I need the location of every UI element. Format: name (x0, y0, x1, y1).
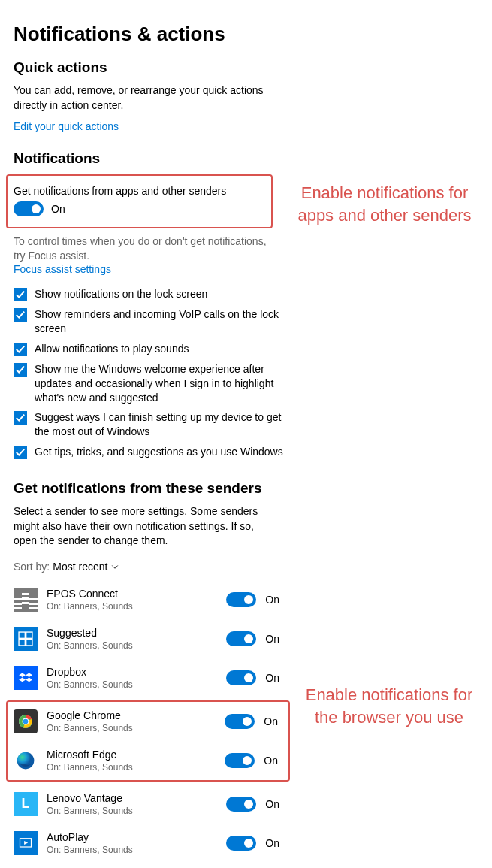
master-toggle-state: On (51, 203, 65, 215)
checkbox-row[interactable]: Show reminders and incoming VoIP calls o… (14, 307, 291, 336)
annotation-2: Enable notifications for the browser you… (299, 684, 479, 728)
sender-toggle-state: On (264, 715, 278, 727)
edge-icon (14, 749, 38, 773)
check-icon (14, 411, 27, 425)
svg-rect-1 (26, 632, 32, 638)
checkbox-label: Suggest ways I can finish setting up my … (35, 410, 291, 439)
focus-assist-desc: To control times when you do or don't ge… (14, 234, 276, 263)
sender-toggle-state: On (264, 755, 278, 767)
sender-toggle-state: On (265, 594, 279, 606)
check-icon (14, 308, 27, 322)
notification-options-list: Show notifications on the lock screen Sh… (14, 287, 291, 459)
checkbox-row[interactable]: Show notifications on the lock screen (14, 287, 291, 301)
autoplay-icon (14, 831, 38, 855)
sender-sub: On: Banners, Sounds (47, 640, 217, 651)
annotation-1: Enable notifications for apps and other … (294, 182, 475, 226)
sort-label: Sort by: (14, 561, 50, 573)
sender-name: Google Chrome (47, 709, 216, 721)
lenovo-icon: L (14, 792, 38, 816)
quick-actions-desc: You can add, remove, or rearrange your q… (14, 83, 276, 113)
checkbox-row[interactable]: Get tips, tricks, and suggestions as you… (14, 445, 291, 459)
browser-highlight: Google Chrome On: Banners, Sounds On Mic… (6, 700, 290, 782)
sender-list: EPOS Connect On: Banners, Sounds On Sugg… (14, 580, 284, 863)
quick-actions-heading: Quick actions (14, 59, 291, 76)
sender-name: Dropbox (47, 666, 217, 678)
epos-icon (14, 588, 38, 612)
sender-name: EPOS Connect (47, 588, 217, 600)
chevron-down-icon (110, 562, 119, 571)
checkbox-label: Allow notifications to play sounds (35, 342, 189, 356)
notifications-heading: Notifications (14, 150, 291, 167)
sender-sub: On: Banners, Sounds (47, 679, 217, 690)
svg-point-8 (17, 752, 35, 770)
checkbox-row[interactable]: Allow notifications to play sounds (14, 342, 291, 356)
sort-value: Most recent (53, 561, 107, 573)
svg-rect-2 (19, 640, 25, 646)
focus-assist-link[interactable]: Focus assist settings (14, 263, 111, 275)
check-icon (14, 288, 27, 301)
sender-sub: On: Banners, Sounds (47, 762, 216, 773)
sender-row-edge[interactable]: Microsoft Edge On: Banners, Sounds On (14, 741, 282, 780)
sender-name: Microsoft Edge (47, 749, 216, 761)
checkbox-label: Get tips, tricks, and suggestions as you… (35, 445, 283, 459)
sender-sub: On: Banners, Sounds (47, 601, 217, 612)
checkbox-label: Show notifications on the lock screen (35, 287, 207, 301)
sender-toggle[interactable] (226, 670, 256, 685)
edit-quick-actions-link[interactable]: Edit your quick actions (14, 120, 119, 132)
sender-sub: On: Banners, Sounds (47, 845, 217, 855)
sender-row-epos[interactable]: EPOS Connect On: Banners, Sounds On (14, 580, 284, 619)
sender-toggle-state: On (265, 633, 279, 645)
chrome-icon (14, 709, 38, 733)
master-toggle-label: Get notifications from apps and other se… (14, 185, 265, 197)
sender-toggle[interactable] (226, 631, 256, 646)
sender-name: Suggested (47, 627, 217, 639)
check-icon (14, 363, 27, 377)
sender-toggle[interactable] (226, 592, 256, 607)
suggested-icon (14, 627, 38, 651)
svg-rect-0 (19, 632, 25, 638)
master-toggle[interactable] (14, 201, 44, 216)
check-icon (14, 343, 27, 356)
sender-sub: On: Banners, Sounds (47, 723, 216, 733)
sender-name: Lenovo Vantage (47, 792, 217, 804)
check-icon (14, 446, 27, 459)
sender-row-dropbox[interactable]: Dropbox On: Banners, Sounds On (14, 658, 284, 697)
checkbox-row[interactable]: Suggest ways I can finish setting up my … (14, 410, 291, 439)
sender-toggle[interactable] (225, 753, 255, 768)
page-title: Notifications & actions (14, 23, 291, 46)
checkbox-row[interactable]: Show me the Windows welcome experience a… (14, 362, 291, 405)
checkbox-label: Show reminders and incoming VoIP calls o… (35, 307, 291, 336)
master-toggle-highlight: Get notifications from apps and other se… (6, 174, 273, 228)
sender-toggle-state: On (265, 798, 279, 810)
sender-row-suggested[interactable]: Suggested On: Banners, Sounds On (14, 619, 284, 658)
svg-point-7 (23, 719, 29, 724)
dropbox-icon (14, 666, 38, 690)
senders-heading: Get notifications from these senders (14, 480, 291, 497)
senders-desc: Select a sender to see more settings. So… (14, 504, 276, 549)
sender-toggle-state: On (265, 672, 279, 684)
sender-toggle[interactable] (226, 797, 256, 812)
sender-row-chrome[interactable]: Google Chrome On: Banners, Sounds On (14, 702, 282, 741)
sort-dropdown[interactable]: Sort by: Most recent (14, 561, 291, 573)
sender-toggle-state: On (265, 837, 279, 849)
svg-rect-3 (26, 640, 32, 646)
sender-sub: On: Banners, Sounds (47, 806, 217, 816)
checkbox-label: Show me the Windows welcome experience a… (35, 362, 291, 405)
sender-toggle[interactable] (226, 836, 256, 851)
sender-name: AutoPlay (47, 831, 217, 843)
sender-row-lenovo[interactable]: L Lenovo Vantage On: Banners, Sounds On (14, 785, 284, 824)
sender-toggle[interactable] (225, 714, 255, 729)
sender-row-autoplay[interactable]: AutoPlay On: Banners, Sounds On (14, 824, 284, 863)
